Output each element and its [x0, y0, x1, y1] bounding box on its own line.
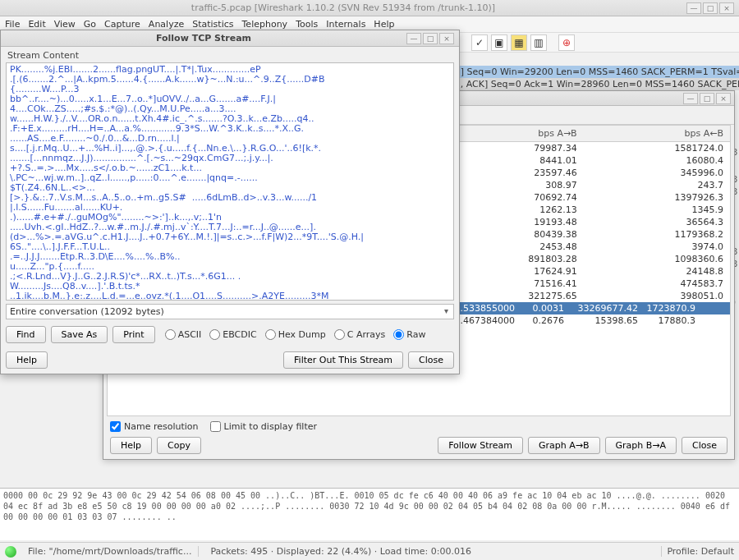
- radio-ebcdic[interactable]: EBCDIC: [209, 329, 256, 340]
- status-packets: Packets: 495 · Displayed: 22 (4.4%) · Lo…: [204, 546, 662, 557]
- conv-help-button[interactable]: Help: [110, 437, 152, 454]
- stream-close-button[interactable]: Close: [408, 351, 454, 369]
- stream-filter-out-button[interactable]: Filter Out This Stream: [283, 351, 403, 369]
- stream-titlebar[interactable]: Follow TCP Stream — □ ×: [1, 30, 459, 47]
- conv-graph-ba-button[interactable]: Graph B→A: [605, 437, 677, 454]
- toolbar-icon-2[interactable]: ▣: [491, 34, 507, 51]
- packet-list-fragment: 4 [SYN] Seq=0 Win=29200 Len=0 MSS=1460 S…: [427, 66, 739, 90]
- menu-internals[interactable]: Internals: [326, 19, 365, 30]
- menu-tools[interactable]: Tools: [296, 19, 318, 30]
- menu-edit[interactable]: Edit: [28, 19, 45, 30]
- conv-close-button[interactable]: ×: [716, 93, 731, 104]
- radio-raw[interactable]: Raw: [393, 329, 425, 340]
- status-profile[interactable]: Profile: Default: [667, 546, 734, 557]
- conv-close-button-bottom[interactable]: Close: [682, 437, 728, 454]
- packet-row[interactable]: 4 [SYN] Seq=0 Win=29200 Len=0 MSS=1460 S…: [427, 66, 739, 78]
- maximize-button[interactable]: □: [703, 2, 718, 14]
- stream-content-area[interactable]: PK........%j.EBI.......2......flag.pngUT…: [6, 62, 454, 301]
- check-name-resolution[interactable]: Name resolution: [110, 421, 199, 432]
- menu-statistics[interactable]: Statistics: [192, 19, 233, 30]
- menu-capture[interactable]: Capture: [104, 19, 140, 30]
- main-titlebar: traffic-5.pcap [Wireshark 1.10.2 (SVN Re…: [0, 0, 739, 16]
- stream-content-label: Stream Content: [1, 47, 459, 62]
- toolbar-icon-3[interactable]: ▦: [511, 34, 527, 51]
- stream-find-button[interactable]: Find: [6, 326, 46, 343]
- menu-analyze[interactable]: Analyze: [149, 19, 184, 30]
- status-file: File: "/home/mrt/Downloads/traffic...: [21, 546, 199, 557]
- radio-hex-dump[interactable]: Hex Dump: [265, 329, 326, 340]
- minimize-button[interactable]: —: [686, 2, 701, 14]
- menu-file[interactable]: File: [5, 19, 20, 30]
- toolbar-help-icon[interactable]: ⊕: [558, 34, 575, 51]
- radio-c-arrays[interactable]: C Arrays: [334, 329, 386, 340]
- conv-copy-button[interactable]: Copy: [157, 437, 201, 454]
- menu-go[interactable]: Go: [84, 19, 96, 30]
- toolbar-icon-1[interactable]: ✓: [471, 34, 488, 51]
- packet-row[interactable]: 4 [SYN, ACK] Seq=0 Ack=1 Win=28960 Len=0…: [427, 78, 739, 90]
- radio-ascii[interactable]: ASCII: [165, 329, 202, 340]
- stream-print-button[interactable]: Print: [112, 326, 154, 343]
- conv-minimize-button[interactable]: —: [683, 93, 698, 104]
- stream-format-radios: ASCII EBCDIC Hex Dump C Arrays Raw: [165, 329, 426, 340]
- conv-follow-stream-button[interactable]: Follow Stream: [438, 437, 523, 454]
- hex-pane[interactable]: 0000 00 0c 29 92 9e 43 00 0c 29 42 54 06…: [0, 488, 739, 540]
- toolbar-icon-4[interactable]: ▥: [530, 34, 547, 51]
- menu-help[interactable]: Help: [374, 19, 394, 30]
- expert-info-icon[interactable]: [5, 546, 16, 558]
- menu-view[interactable]: View: [54, 19, 76, 30]
- stream-maximize-button[interactable]: □: [423, 33, 438, 44]
- stream-title: Follow TCP Stream: [1, 33, 406, 44]
- conv-graph-ab-button[interactable]: Graph A→B: [528, 437, 600, 454]
- check-limit-filter[interactable]: Limit to display filter: [210, 421, 317, 432]
- stream-help-button[interactable]: Help: [6, 351, 48, 369]
- menu-telephony[interactable]: Telephony: [242, 19, 288, 30]
- stream-save-as-button[interactable]: Save As: [51, 326, 108, 343]
- stream-close-x-button[interactable]: ×: [439, 33, 454, 44]
- close-window-button[interactable]: ×: [719, 2, 734, 14]
- conv-maximize-button[interactable]: □: [700, 93, 714, 104]
- main-window-title: traffic-5.pcap [Wireshark 1.10.2 (SVN Re…: [0, 2, 686, 13]
- stream-conversation-combo[interactable]: Entire conversation (12092 bytes): [6, 304, 454, 319]
- statusbar: File: "/home/mrt/Downloads/traffic... Pa…: [0, 542, 739, 560]
- stream-minimize-button[interactable]: —: [406, 33, 421, 44]
- follow-stream-dialog: Follow TCP Stream — □ × Stream Content P…: [0, 30, 460, 374]
